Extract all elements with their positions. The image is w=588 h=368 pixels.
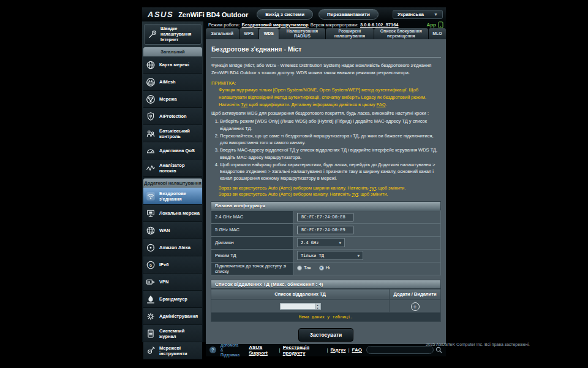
table-input-row: ▲▼ + [211, 299, 441, 312]
channel-width-notice: Зараз ви користуєтесь Auto (Авто) виборо… [219, 185, 440, 191]
sidebar-item-system-log[interactable]: Системний журнал [143, 325, 202, 342]
radio-yes[interactable]: Так [297, 265, 311, 270]
sidebar-item-network[interactable]: Мережа [143, 91, 202, 108]
table-empty-row: Нема даних у таблиці. [211, 312, 441, 321]
remote-ap-mac-input[interactable] [280, 303, 315, 310]
router-admin-page: ASUS ZenWiFi BD4 Outdoor Вихід з системи… [142, 7, 446, 342]
aimesh-icon [145, 77, 156, 88]
quick-setup-button[interactable]: Швидке налаштування Інтернет [144, 24, 202, 45]
change-channel-width-link[interactable]: тут [369, 185, 375, 191]
wrench-icon [147, 29, 158, 40]
wan-globe-icon [145, 225, 156, 236]
tab-wds[interactable]: WDS [259, 28, 279, 39]
sidebar-item-wireless[interactable]: Бездротове з'єднання [143, 188, 202, 205]
network-tools-icon [145, 345, 156, 356]
apply-button[interactable]: Застосувати [298, 328, 354, 342]
reboot-button[interactable]: Перезавантажити [318, 9, 379, 20]
sidebar-item-aiprotection[interactable]: AiProtection [143, 108, 202, 125]
band-label: Діапазон [211, 236, 293, 249]
content-panel: Бездротове з'єднання - Міст Функція Brid… [206, 39, 446, 344]
qos-gauge-icon [145, 145, 156, 156]
radio-dot-yes [297, 266, 302, 270]
radio-dot-no-selected [319, 266, 324, 270]
chevron-down-icon: ▼ [434, 12, 438, 17]
mac24-value: BC:FC:E7:24:D0:E8 [297, 213, 353, 221]
gear-icon [145, 311, 156, 322]
tab-mlo[interactable]: MLO [429, 28, 446, 39]
lan-monitor-icon [145, 208, 156, 219]
table-row: Діапазон 2.4 GHz ▼ [211, 236, 441, 249]
tab-general[interactable]: Загальний [206, 28, 239, 39]
shield-icon [145, 111, 156, 122]
mode-value-link[interactable]: Бездротовий маршрутизатор [242, 22, 309, 28]
mode-label: Режим роботи: [208, 22, 240, 28]
step-3: Введіть MAC-адресу віддаленої ТД у списо… [220, 147, 440, 161]
modify-here-link[interactable]: Тут [241, 102, 247, 107]
search-icon[interactable] [435, 347, 442, 353]
tab-roaming-block-list[interactable]: Список блокування переміщення [374, 28, 428, 39]
vpn-icon [145, 277, 156, 288]
logout-button[interactable]: Вихід з системи [257, 9, 313, 20]
footer-link-faq[interactable]: FAQ [352, 347, 362, 353]
sidebar-item-vpn[interactable]: VPN [143, 274, 202, 291]
asus-logo: ASUS [148, 10, 173, 19]
sidebar-item-lan[interactable]: Локальна мережа [143, 205, 202, 222]
wireless-icon [145, 191, 156, 202]
sidebar-item-traffic-analyzer[interactable]: Аналізатор потоків [143, 159, 202, 177]
tab-wps[interactable]: WPS [239, 28, 259, 39]
connect-list-label: Підключитися до точок доступу зі списку [211, 262, 293, 275]
basic-config-table: 2.4 GHz MAC BC:FC:E7:24:D0:E8 5 GHz MAC … [211, 210, 441, 275]
footer-link-product-registration[interactable]: Реєстрація продукту [283, 345, 325, 356]
add-entry-button[interactable]: + [411, 302, 420, 311]
remote-ap-header: Список віддалених ТД (Макс. обмеження : … [211, 280, 441, 289]
tab-professional[interactable]: Розширені налаштування [326, 28, 373, 39]
sidebar-item-aimesh[interactable]: AiMesh [143, 74, 202, 91]
product-name: ZenWiFi BD4 Outdoor [178, 11, 248, 18]
ap-mode-select[interactable]: Тільки ТД ▼ [297, 251, 363, 260]
sidebar-item-network-map[interactable]: Карта мережі [143, 56, 202, 74]
language-select[interactable]: Українська ▼ [393, 10, 443, 19]
sidebar-item-administration[interactable]: Адміністрування [143, 308, 202, 325]
ipv6-icon: 6 [145, 259, 156, 270]
footer-search-input[interactable] [366, 346, 434, 354]
sidebar-item-network-tools[interactable]: Мережеві інструменти [143, 342, 202, 359]
alexa-icon [145, 242, 156, 253]
sidebar-item-amazon-alexa[interactable]: Amazon Alexa [143, 239, 202, 256]
copyright-text: 2025 ASUSTeK Computer Inc. Всі права зас… [426, 342, 530, 347]
language-label: Українська [398, 12, 424, 17]
sidebar-item-ipv6[interactable]: 6 IPv6 [143, 256, 202, 274]
table-row: Режим ТД Тільки ТД ▼ [211, 249, 441, 262]
footer-link-feedback[interactable]: Відгук [331, 347, 346, 353]
page-title: Бездротове з'єднання - Міст [211, 44, 441, 58]
tab-radius[interactable]: Налаштування RADIUS [279, 28, 326, 39]
table-row: Підключитися до точок доступу зі списку … [211, 262, 441, 275]
steps-intro: Щоб активувати WDS для розширення бездро… [211, 110, 440, 116]
footer-link-asus-support[interactable]: ASUS Support [249, 345, 276, 356]
input-spinner[interactable]: ▲▼ [315, 303, 321, 310]
sidebar-section-general: Загальний [143, 47, 202, 56]
intro-paragraph: Функція Bridge (Міст, або WDS - Wireless… [211, 62, 440, 76]
sidebar-item-adaptive-qos[interactable]: Адаптивна QoS [143, 142, 202, 159]
sidebar-item-parental-controls[interactable]: Батьківський контроль [143, 125, 202, 142]
step-2: Переконайтеся, що це саме ті бездротовий… [220, 132, 440, 147]
add-delete-col: Додати / Видалити [390, 289, 441, 299]
faq-link[interactable]: FAQ [377, 102, 386, 107]
network-map-icon [145, 59, 156, 71]
sidebar-item-wan[interactable]: WAN [143, 222, 202, 239]
sidebar-item-firewall[interactable]: Брандмауер [143, 291, 202, 308]
step-4: Щоб отримати найкращі робочі характерист… [220, 161, 440, 182]
firmware-value-link[interactable]: 3.0.0.6.102_57164 [360, 22, 399, 28]
top-banner: ASUS ZenWiFi BD4 Outdoor Вихід з системи… [142, 7, 446, 21]
quick-setup-label: Швидке налаштування Інтернет [160, 26, 198, 42]
radio-no[interactable]: Ні [319, 265, 330, 270]
basic-config-header: Базова конфігурація [211, 201, 441, 210]
app-link[interactable]: App [426, 21, 443, 28]
firmware-label: Версія мікропрограми: [311, 22, 358, 28]
mac24-label: 2.4 GHz MAC [211, 210, 293, 223]
help-support-link[interactable]: Допомога & Підтримка [221, 343, 239, 357]
step-1: Виберіть режим [WDS Only] (Лише WDS) або… [220, 118, 440, 132]
band-select[interactable]: 2.4 GHz ▼ [297, 238, 345, 247]
channel-notice: Зараз ви користуєтесь Auto (Авто) виборо… [219, 191, 440, 197]
change-channel-link[interactable]: тут [352, 191, 358, 197]
note-label: ПРИМІТКА: [211, 80, 440, 86]
